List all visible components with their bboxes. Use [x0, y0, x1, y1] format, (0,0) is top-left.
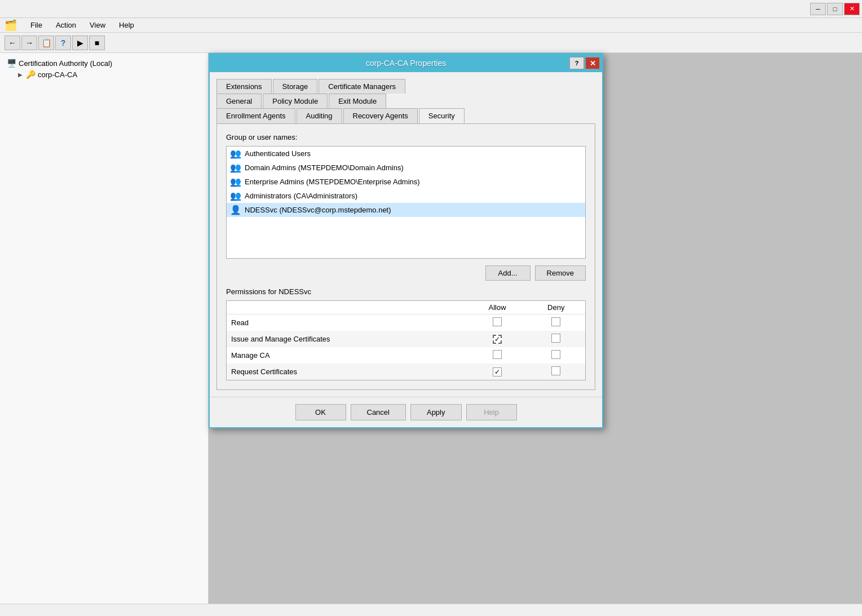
perm-allow-read[interactable] — [468, 314, 527, 331]
toolbar: ← → 📋 ? ▶ ■ — [0, 33, 862, 53]
permissions-table: Allow Deny Read — [227, 301, 585, 380]
toolbar-help-button[interactable]: ? — [55, 36, 71, 50]
dialog-help-button[interactable]: ? — [569, 57, 584, 69]
left-panel: 🖥️ Certification Authority (Local) ▶ 🔑 c… — [0, 53, 209, 604]
user-item-administrators[interactable]: 👥 Administrators (CA\Administrators) — [227, 189, 585, 203]
perm-allow-manage-ca-checkbox[interactable] — [493, 350, 502, 359]
tree-root-icon: 🖥️ — [7, 59, 16, 68]
perm-allow-issue[interactable]: ✓ — [468, 331, 527, 347]
user-item-domain-admins[interactable]: 👥 Domain Admins (MSTEPDEMO\Domain Admins… — [227, 161, 585, 175]
dialog-body: Extensions Storage Certificate Managers … — [210, 72, 602, 397]
perm-name-request: Request Certificates — [227, 364, 468, 380]
ok-button[interactable]: OK — [295, 404, 346, 420]
perm-allow-request[interactable]: ✓ — [468, 364, 527, 380]
dialog-close-button[interactable]: ✕ — [585, 57, 600, 69]
group-users-label: Group or user names: — [226, 133, 586, 141]
toolbar-back-button[interactable]: ← — [5, 36, 20, 50]
tab-certificate-managers[interactable]: Certificate Managers — [319, 79, 405, 94]
tabs-row-3: Enrollment Agents Auditing Recovery Agen… — [216, 108, 595, 123]
perm-allow-issue-checkbox[interactable]: ✓ — [493, 335, 502, 344]
apply-button[interactable]: Apply — [410, 404, 462, 420]
perm-deny-read[interactable] — [527, 314, 585, 331]
menu-help[interactable]: Help — [117, 20, 136, 30]
perm-deny-read-checkbox[interactable] — [551, 317, 560, 326]
dialog-controls: ? ✕ — [569, 57, 600, 69]
tabs-row-1: Extensions Storage Certificate Managers — [216, 79, 595, 94]
perm-col-header-deny: Deny — [527, 301, 585, 314]
tree-root-item[interactable]: 🖥️ Certification Authority (Local) — [5, 57, 204, 69]
perm-deny-issue-checkbox[interactable] — [551, 334, 560, 343]
perm-allow-issue-check: ✓ — [494, 335, 500, 343]
menu-file[interactable]: File — [28, 20, 45, 30]
cancel-button[interactable]: Cancel — [351, 404, 406, 420]
perm-deny-request[interactable] — [527, 364, 585, 380]
tree-expand-icon: ▶ — [18, 72, 23, 78]
perm-allow-manage-ca[interactable] — [468, 347, 527, 364]
tree-child-icon: 🔑 — [26, 70, 36, 79]
tab-policy-module[interactable]: Policy Module — [263, 94, 328, 108]
perm-row-read: Read — [227, 314, 585, 331]
user-item-enterprise-admins[interactable]: 👥 Enterprise Admins (MSTEPDEMO\Enterpris… — [227, 175, 585, 189]
perm-deny-request-checkbox[interactable] — [551, 366, 560, 375]
user-icon-administrators: 👥 — [230, 190, 241, 201]
perm-name-issue: Issue and Manage Certificates — [227, 331, 468, 347]
perm-allow-request-checkbox[interactable]: ✓ — [493, 367, 502, 376]
tab-exit-module[interactable]: Exit Module — [329, 94, 386, 108]
perm-deny-issue[interactable] — [527, 331, 585, 347]
tree-child-item[interactable]: ▶ 🔑 corp-CA-CA — [5, 69, 204, 80]
content-area: 🖥️ Certification Authority (Local) ▶ 🔑 c… — [0, 53, 862, 604]
menu-bar: 🗂️ File Action View Help — [0, 18, 862, 33]
user-name-enterprise-admins: Enterprise Admins (MSTEPDEMO\Enterprise … — [245, 178, 420, 186]
tab-security[interactable]: Security — [419, 108, 465, 123]
perm-deny-manage-ca-checkbox[interactable] — [551, 350, 560, 359]
main-window: ─ □ ✕ 🗂️ File Action View Help ← → 📋 ? ▶… — [0, 0, 862, 616]
menu-action[interactable]: Action — [54, 20, 78, 30]
tab-general[interactable]: General — [216, 94, 262, 108]
user-icon-authenticated: 👥 — [230, 148, 241, 159]
tabs-row-2: General Policy Module Exit Module — [216, 94, 595, 108]
dialog-titlebar: corp-CA-CA Properties ? ✕ — [210, 54, 602, 72]
perm-deny-manage-ca[interactable] — [527, 347, 585, 364]
user-name-administrators: Administrators (CA\Administrators) — [245, 192, 357, 200]
tab-storage[interactable]: Storage — [273, 79, 318, 94]
app-icon: 🗂️ — [5, 19, 17, 32]
dialog-footer: OK Cancel Apply Help — [210, 397, 602, 427]
tab-recovery-agents[interactable]: Recovery Agents — [343, 108, 418, 123]
main-minimize-button[interactable]: ─ — [810, 3, 826, 15]
tab-extensions[interactable]: Extensions — [216, 79, 272, 94]
tree-root-label: Certification Authority (Local) — [19, 59, 112, 68]
toolbar-stop-button[interactable]: ■ — [89, 36, 105, 50]
toolbar-copy-button[interactable]: 📋 — [38, 36, 54, 50]
user-buttons-row: Add... Remove — [226, 265, 586, 281]
user-item-ndessvc[interactable]: 👤 NDESSvc (NDESSvc@corp.mstepdemo.net) — [227, 203, 585, 217]
add-button[interactable]: Add... — [485, 265, 531, 281]
perm-col-header-name — [227, 301, 468, 314]
main-maximize-button[interactable]: □ — [827, 3, 843, 15]
perm-name-read: Read — [227, 314, 468, 331]
help-footer-button: Help — [466, 404, 517, 420]
perm-allow-request-check: ✓ — [494, 368, 500, 376]
permissions-label: Permissions for NDESSvc — [226, 287, 586, 296]
perm-name-manage-ca: Manage CA — [227, 347, 468, 364]
main-close-button[interactable]: ✕ — [844, 3, 860, 15]
main-titlebar: ─ □ ✕ — [0, 0, 862, 18]
perm-row-request: Request Certificates ✓ — [227, 364, 585, 380]
remove-button[interactable]: Remove — [535, 265, 586, 281]
perm-allow-read-checkbox[interactable] — [493, 317, 502, 326]
menu-view[interactable]: View — [87, 20, 108, 30]
user-name-authenticated: Authenticated Users — [245, 149, 311, 158]
users-list[interactable]: 👥 Authenticated Users 👥 Domain Admins (M… — [226, 146, 586, 259]
security-tab-panel: Group or user names: 👥 Authenticated Use… — [216, 123, 595, 390]
tree-child-label: corp-CA-CA — [38, 70, 77, 79]
tab-auditing[interactable]: Auditing — [297, 108, 342, 123]
tab-enrollment-agents[interactable]: Enrollment Agents — [216, 108, 295, 123]
user-icon-domain-admins: 👥 — [230, 162, 241, 173]
toolbar-run-button[interactable]: ▶ — [72, 36, 88, 50]
dialog-title: corp-CA-CA Properties — [366, 59, 446, 68]
user-icon-ndessvc: 👤 — [230, 205, 241, 215]
user-name-domain-admins: Domain Admins (MSTEPDEMO\Domain Admins) — [245, 163, 404, 172]
toolbar-forward-button[interactable]: → — [21, 36, 37, 50]
user-item-authenticated[interactable]: 👥 Authenticated Users — [227, 147, 585, 161]
perm-row-manage-ca: Manage CA — [227, 347, 585, 364]
permissions-table-container: Allow Deny Read — [226, 300, 586, 380]
